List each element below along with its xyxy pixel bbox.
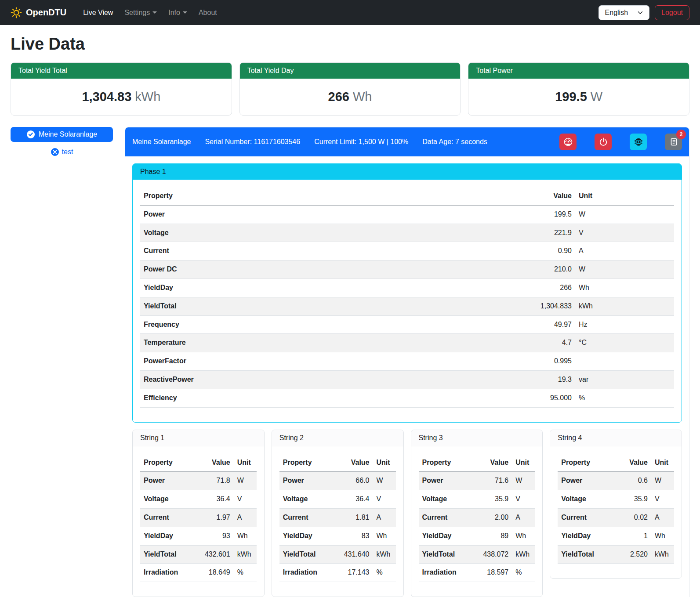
- row-value: 95.000: [400, 389, 575, 407]
- row-unit: Wh: [512, 527, 535, 545]
- row-unit: V: [651, 490, 674, 509]
- device-info-button[interactable]: [630, 134, 647, 150]
- language-select-value: English: [605, 9, 628, 17]
- row-unit: Hz: [575, 315, 674, 334]
- summary-card-body: 266Wh: [240, 79, 461, 115]
- summary-card-body: 199.5W: [468, 79, 689, 115]
- x-circle-icon: [51, 148, 59, 156]
- brand[interactable]: OpenDTU: [11, 7, 66, 18]
- sidebar-group-test[interactable]: test: [11, 148, 113, 156]
- row-property: Power: [419, 472, 471, 490]
- nav-item-live-view[interactable]: Live View: [79, 5, 117, 20]
- row-value: 18.649: [192, 564, 233, 582]
- nav-item-settings[interactable]: Settings: [120, 5, 161, 20]
- summary-unit: kWh: [135, 90, 160, 104]
- row-property: Voltage: [140, 224, 400, 242]
- row-value: 19.3: [400, 370, 575, 389]
- row-unit: %: [512, 564, 535, 582]
- row-unit: kWh: [575, 297, 674, 315]
- row-value: 438.072: [471, 545, 512, 564]
- row-unit: °C: [575, 334, 674, 352]
- row-property: Voltage: [558, 490, 615, 509]
- col-header-property: Property: [140, 187, 400, 205]
- row-property: ReactivePower: [140, 370, 400, 389]
- string-card-title: String 2: [272, 430, 403, 446]
- chevron-down-icon: [638, 10, 643, 15]
- row-property: YieldTotal: [558, 545, 615, 564]
- summary-card-total-power: Total Power 199.5W: [468, 62, 689, 116]
- table-header-row: Property Value Unit: [558, 454, 674, 472]
- nav-item-info[interactable]: Info: [164, 5, 192, 20]
- row-unit: [575, 352, 674, 371]
- string-card-body: Property Value Unit Power: [272, 446, 403, 597]
- row-unit: Wh: [651, 527, 674, 545]
- row-property: Power: [140, 472, 192, 490]
- logout-button[interactable]: Logout: [655, 5, 689, 20]
- col-header-value: Value: [400, 187, 575, 205]
- summary-card-total-yield-day: Total Yield Day 266Wh: [239, 62, 461, 116]
- chevron-down-icon: [183, 11, 187, 14]
- table-row: Current 0.02 A: [558, 508, 674, 527]
- table-row: Voltage 221.9 V: [140, 224, 674, 242]
- inverter-limit: Current Limit: 1,500 W | 100%: [314, 138, 408, 146]
- summary-card-body: 1,304.83kWh: [11, 79, 232, 115]
- col-header-unit: Unit: [373, 454, 396, 472]
- row-unit: W: [651, 472, 674, 490]
- phase-table: Property Value Unit Power: [140, 187, 674, 408]
- event-log-button[interactable]: 2: [665, 134, 682, 150]
- row-property: Voltage: [279, 490, 332, 509]
- row-value: 2.00: [471, 508, 512, 527]
- nav-item-about[interactable]: About: [194, 5, 221, 20]
- string-table: Property Value Unit Power: [419, 454, 535, 583]
- sidebar-item-label: Meine Solaranlage: [39, 130, 97, 138]
- row-property: Power: [279, 472, 332, 490]
- sun-icon: [11, 7, 22, 18]
- strings-row: String 1 Property Value Unit: [132, 430, 682, 597]
- row-value: 1: [615, 527, 651, 545]
- row-unit: kWh: [373, 545, 396, 564]
- phase-card: Phase 1 Property Value Unit: [132, 163, 682, 423]
- table-row: Irradiation 18.597 %: [419, 564, 535, 582]
- row-value: 1.97: [192, 508, 233, 527]
- row-value: 66.0: [332, 472, 373, 490]
- table-row: Current 0.90 A: [140, 242, 674, 261]
- power-button[interactable]: [595, 134, 612, 150]
- summary-card-total-yield-total: Total Yield Total 1,304.83kWh: [11, 62, 232, 116]
- inverter-body: Phase 1 Property Value Unit: [125, 156, 689, 597]
- table-row: Voltage 35.9 V: [419, 490, 535, 509]
- row-property: YieldTotal: [140, 545, 192, 564]
- table-row: Current 1.81 A: [279, 508, 396, 527]
- col-header-value: Value: [332, 454, 373, 472]
- row-unit: W: [575, 261, 674, 279]
- table-header-row: Property Value Unit: [140, 454, 257, 472]
- row-value: 266: [400, 279, 575, 297]
- string-card-1: String 1 Property Value Unit: [132, 430, 265, 597]
- language-select[interactable]: English: [598, 5, 649, 20]
- row-value: 199.5: [400, 205, 575, 224]
- row-property: Efficiency: [140, 389, 400, 407]
- col-header-value: Value: [471, 454, 512, 472]
- string-card-title: String 4: [550, 430, 682, 446]
- row-value: 1.81: [332, 508, 373, 527]
- phase-card-title: Phase 1: [133, 164, 682, 180]
- string-card-title: String 3: [411, 430, 543, 446]
- row-value: 18.597: [471, 564, 512, 582]
- string-card-title: String 1: [133, 430, 264, 446]
- row-property: YieldDay: [140, 279, 400, 297]
- row-unit: %: [575, 389, 674, 407]
- table-row: Power 71.6 W: [419, 472, 535, 490]
- row-property: YieldTotal: [279, 545, 332, 564]
- row-unit: V: [575, 224, 674, 242]
- col-header-unit: Unit: [575, 187, 674, 205]
- inverter-header: Meine Solaranlage Serial Number: 1161716…: [125, 127, 689, 156]
- row-unit: var: [575, 370, 674, 389]
- string-card-body: Property Value Unit Power: [411, 446, 543, 597]
- sidebar-item-inverter[interactable]: Meine Solaranlage: [11, 127, 113, 142]
- row-unit: Wh: [373, 527, 396, 545]
- row-unit: W: [575, 205, 674, 224]
- table-row: YieldDay 266 Wh: [140, 279, 674, 297]
- limit-settings-button[interactable]: [559, 134, 577, 150]
- row-value: 36.4: [332, 490, 373, 509]
- page-title: Live Data: [11, 35, 689, 54]
- row-property: Current: [140, 242, 400, 261]
